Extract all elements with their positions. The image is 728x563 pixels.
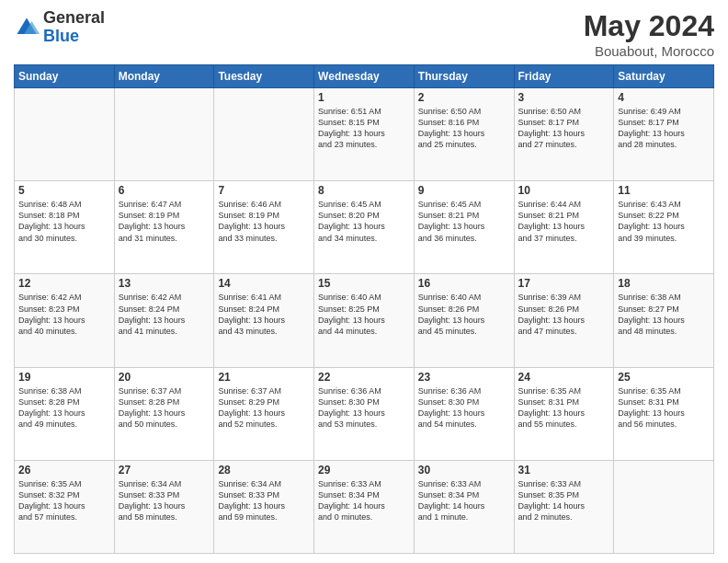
logo-general-text: General — [43, 9, 105, 28]
header-monday: Monday — [114, 65, 214, 88]
logo-blue-text: Blue — [43, 28, 105, 46]
cell-info-1: Sunrise: 6:51 AM Sunset: 8:15 PM Dayligh… — [318, 106, 410, 151]
cell-info-11: Sunrise: 6:43 AM Sunset: 8:22 PM Dayligh… — [618, 199, 710, 244]
cell-date-3: 3 — [518, 91, 610, 104]
calendar-cell-w2-d3: 7Sunrise: 6:46 AM Sunset: 8:19 PM Daylig… — [214, 181, 314, 274]
cell-date-14: 14 — [218, 277, 310, 290]
cell-info-20: Sunrise: 6:37 AM Sunset: 8:28 PM Dayligh… — [119, 385, 210, 431]
calendar-cell-w5-d4: 29Sunrise: 6:33 AM Sunset: 8:34 PM Dayli… — [314, 460, 415, 553]
cell-info-9: Sunrise: 6:45 AM Sunset: 8:21 PM Dayligh… — [418, 199, 510, 244]
calendar-cell-w2-d1: 5Sunrise: 6:48 AM Sunset: 8:18 PM Daylig… — [15, 181, 115, 274]
calendar-cell-w1-d7: 4Sunrise: 6:49 AM Sunset: 8:17 PM Daylig… — [614, 88, 714, 181]
cell-info-30: Sunrise: 6:33 AM Sunset: 8:34 PM Dayligh… — [418, 478, 510, 523]
calendar-table: Sunday Monday Tuesday Wednesday Thursday… — [14, 64, 714, 554]
logo-text: General Blue — [43, 9, 105, 46]
cell-date-10: 10 — [518, 184, 610, 197]
cell-info-4: Sunrise: 6:49 AM Sunset: 8:17 PM Dayligh… — [618, 106, 710, 151]
week-row-1: 1Sunrise: 6:51 AM Sunset: 8:15 PM Daylig… — [15, 88, 714, 181]
cell-date-8: 8 — [318, 184, 410, 197]
weekday-header-row: Sunday Monday Tuesday Wednesday Thursday… — [15, 65, 714, 88]
header-thursday: Thursday — [414, 65, 514, 88]
cell-info-31: Sunrise: 6:33 AM Sunset: 8:35 PM Dayligh… — [518, 478, 610, 523]
cell-info-22: Sunrise: 6:36 AM Sunset: 8:30 PM Dayligh… — [318, 385, 410, 431]
cell-info-15: Sunrise: 6:40 AM Sunset: 8:25 PM Dayligh… — [318, 292, 410, 337]
calendar-cell-w3-d4: 15Sunrise: 6:40 AM Sunset: 8:25 PM Dayli… — [314, 274, 415, 367]
cell-date-27: 27 — [119, 464, 210, 477]
cell-info-24: Sunrise: 6:35 AM Sunset: 8:31 PM Dayligh… — [518, 385, 610, 431]
cell-date-21: 21 — [218, 371, 310, 384]
calendar-cell-w5-d5: 30Sunrise: 6:33 AM Sunset: 8:34 PM Dayli… — [414, 460, 514, 553]
cell-date-4: 4 — [618, 91, 710, 104]
calendar-cell-w3-d3: 14Sunrise: 6:41 AM Sunset: 8:24 PM Dayli… — [214, 274, 314, 367]
calendar-cell-w1-d3 — [214, 88, 314, 181]
calendar-cell-w2-d5: 9Sunrise: 6:45 AM Sunset: 8:21 PM Daylig… — [414, 181, 514, 274]
month-year-title: May 2024 — [584, 9, 714, 43]
calendar-cell-w5-d7 — [614, 460, 714, 553]
cell-date-25: 25 — [618, 371, 710, 384]
cell-info-5: Sunrise: 6:48 AM Sunset: 8:18 PM Dayligh… — [18, 199, 110, 244]
header-wednesday: Wednesday — [314, 65, 415, 88]
cell-date-19: 19 — [18, 371, 110, 384]
calendar-cell-w4-d3: 21Sunrise: 6:37 AM Sunset: 8:29 PM Dayli… — [214, 367, 314, 460]
title-block: May 2024 Bouabout, Morocco — [584, 9, 714, 59]
calendar-cell-w4-d7: 25Sunrise: 6:35 AM Sunset: 8:31 PM Dayli… — [614, 367, 714, 460]
calendar-cell-w5-d2: 27Sunrise: 6:34 AM Sunset: 8:33 PM Dayli… — [114, 460, 214, 553]
week-row-3: 12Sunrise: 6:42 AM Sunset: 8:23 PM Dayli… — [15, 274, 714, 367]
calendar-cell-w3-d7: 18Sunrise: 6:38 AM Sunset: 8:27 PM Dayli… — [614, 274, 714, 367]
cell-info-17: Sunrise: 6:39 AM Sunset: 8:26 PM Dayligh… — [518, 292, 610, 337]
calendar-cell-w1-d1 — [15, 88, 115, 181]
calendar-cell-w2-d6: 10Sunrise: 6:44 AM Sunset: 8:21 PM Dayli… — [514, 181, 614, 274]
cell-date-29: 29 — [318, 464, 410, 477]
cell-info-6: Sunrise: 6:47 AM Sunset: 8:19 PM Dayligh… — [119, 199, 210, 244]
cell-date-6: 6 — [119, 184, 210, 197]
calendar-cell-w1-d6: 3Sunrise: 6:50 AM Sunset: 8:17 PM Daylig… — [514, 88, 614, 181]
cell-date-22: 22 — [318, 371, 410, 384]
cell-info-10: Sunrise: 6:44 AM Sunset: 8:21 PM Dayligh… — [518, 199, 610, 244]
cell-date-11: 11 — [618, 184, 710, 197]
header-saturday: Saturday — [614, 65, 714, 88]
calendar-cell-w1-d5: 2Sunrise: 6:50 AM Sunset: 8:16 PM Daylig… — [414, 88, 514, 181]
cell-info-29: Sunrise: 6:33 AM Sunset: 8:34 PM Dayligh… — [318, 478, 410, 523]
calendar-cell-w5-d1: 26Sunrise: 6:35 AM Sunset: 8:32 PM Dayli… — [15, 460, 115, 553]
cell-info-26: Sunrise: 6:35 AM Sunset: 8:32 PM Dayligh… — [18, 478, 110, 523]
calendar-cell-w1-d4: 1Sunrise: 6:51 AM Sunset: 8:15 PM Daylig… — [314, 88, 415, 181]
week-row-2: 5Sunrise: 6:48 AM Sunset: 8:18 PM Daylig… — [15, 181, 714, 274]
calendar-cell-w3-d2: 13Sunrise: 6:42 AM Sunset: 8:24 PM Dayli… — [114, 274, 214, 367]
header: General Blue May 2024 Bouabout, Morocco — [14, 9, 714, 59]
calendar-cell-w2-d4: 8Sunrise: 6:45 AM Sunset: 8:20 PM Daylig… — [314, 181, 415, 274]
calendar-cell-w2-d2: 6Sunrise: 6:47 AM Sunset: 8:19 PM Daylig… — [114, 181, 214, 274]
calendar-cell-w5-d6: 31Sunrise: 6:33 AM Sunset: 8:35 PM Dayli… — [514, 460, 614, 553]
cell-info-14: Sunrise: 6:41 AM Sunset: 8:24 PM Dayligh… — [218, 292, 310, 337]
cell-info-3: Sunrise: 6:50 AM Sunset: 8:17 PM Dayligh… — [518, 106, 610, 151]
calendar-cell-w4-d4: 22Sunrise: 6:36 AM Sunset: 8:30 PM Dayli… — [314, 367, 415, 460]
cell-info-13: Sunrise: 6:42 AM Sunset: 8:24 PM Dayligh… — [119, 292, 210, 337]
cell-info-25: Sunrise: 6:35 AM Sunset: 8:31 PM Dayligh… — [618, 385, 710, 431]
cell-info-19: Sunrise: 6:38 AM Sunset: 8:28 PM Dayligh… — [18, 385, 110, 431]
calendar-cell-w4-d2: 20Sunrise: 6:37 AM Sunset: 8:28 PM Dayli… — [114, 367, 214, 460]
logo: General Blue — [14, 9, 105, 46]
cell-date-15: 15 — [318, 277, 410, 290]
header-sunday: Sunday — [15, 65, 115, 88]
cell-info-27: Sunrise: 6:34 AM Sunset: 8:33 PM Dayligh… — [119, 478, 210, 523]
cell-info-8: Sunrise: 6:45 AM Sunset: 8:20 PM Dayligh… — [318, 199, 410, 244]
week-row-5: 26Sunrise: 6:35 AM Sunset: 8:32 PM Dayli… — [15, 460, 714, 553]
calendar-cell-w3-d1: 12Sunrise: 6:42 AM Sunset: 8:23 PM Dayli… — [15, 274, 115, 367]
calendar-cell-w3-d6: 17Sunrise: 6:39 AM Sunset: 8:26 PM Dayli… — [514, 274, 614, 367]
cell-date-12: 12 — [18, 277, 110, 290]
cell-info-18: Sunrise: 6:38 AM Sunset: 8:27 PM Dayligh… — [618, 292, 710, 337]
calendar-cell-w4-d6: 24Sunrise: 6:35 AM Sunset: 8:31 PM Dayli… — [514, 367, 614, 460]
logo-icon — [14, 15, 40, 40]
cell-date-9: 9 — [418, 184, 510, 197]
week-row-4: 19Sunrise: 6:38 AM Sunset: 8:28 PM Dayli… — [15, 367, 714, 460]
page: General Blue May 2024 Bouabout, Morocco … — [0, 0, 728, 563]
calendar-cell-w4-d5: 23Sunrise: 6:36 AM Sunset: 8:30 PM Dayli… — [414, 367, 514, 460]
cell-date-20: 20 — [119, 371, 210, 384]
cell-info-7: Sunrise: 6:46 AM Sunset: 8:19 PM Dayligh… — [218, 199, 310, 244]
cell-info-12: Sunrise: 6:42 AM Sunset: 8:23 PM Dayligh… — [18, 292, 110, 337]
cell-date-5: 5 — [18, 184, 110, 197]
calendar-cell-w3-d5: 16Sunrise: 6:40 AM Sunset: 8:26 PM Dayli… — [414, 274, 514, 367]
cell-date-24: 24 — [518, 371, 610, 384]
calendar-cell-w1-d2 — [114, 88, 214, 181]
calendar-cell-w4-d1: 19Sunrise: 6:38 AM Sunset: 8:28 PM Dayli… — [15, 367, 115, 460]
cell-date-16: 16 — [418, 277, 510, 290]
